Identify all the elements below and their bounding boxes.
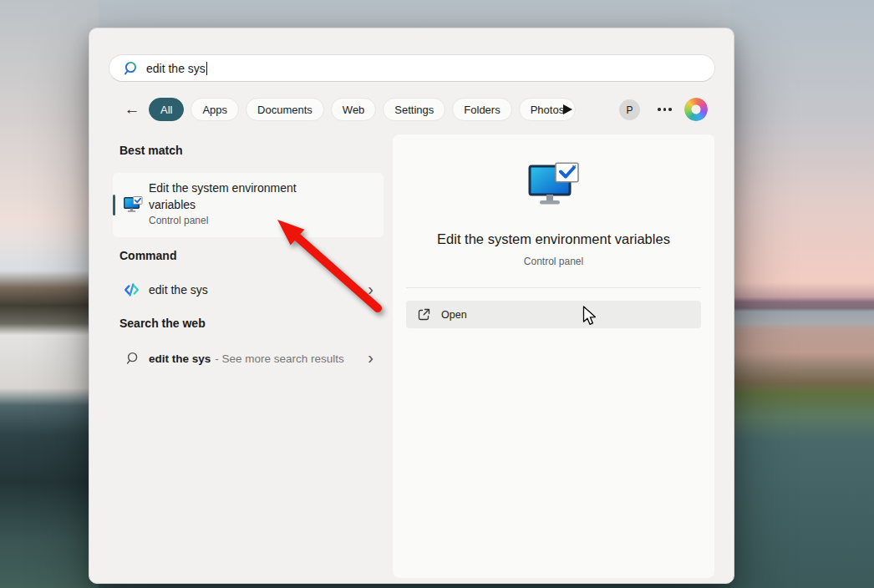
run-command-icon	[124, 282, 140, 297]
filter-pill-all[interactable]: All	[149, 98, 184, 121]
preview-subtitle: Control panel	[393, 256, 714, 267]
command-result[interactable]: edit the sys ›	[113, 275, 384, 305]
web-suffix-text: - See more search results	[215, 352, 344, 365]
filter-pill-apps[interactable]: Apps	[191, 98, 239, 121]
windows-search-flyout: edit the sys ← AllAppsDocumentsWebSettin…	[89, 28, 734, 584]
filter-pill-folders[interactable]: Folders	[452, 98, 511, 121]
selection-accent-bar	[113, 195, 115, 215]
open-button[interactable]: Open	[406, 301, 701, 328]
copilot-icon[interactable]	[684, 98, 708, 121]
web-search-result[interactable]: edit the sys- See more search results ›	[113, 343, 384, 373]
wallpaper-lakeshore	[730, 0, 874, 588]
best-match-title: Edit the system environment variables	[149, 180, 316, 213]
web-query-text: edit the sys	[149, 352, 211, 365]
more-filters-icon[interactable]	[563, 104, 572, 114]
user-avatar[interactable]: P	[619, 99, 640, 120]
command-result-label: edit the sys	[149, 283, 208, 297]
command-header: Command	[119, 249, 176, 262]
wallpaper-mountain	[0, 0, 99, 588]
divider	[406, 287, 701, 288]
search-input[interactable]: edit the sys	[109, 54, 715, 82]
open-button-label: Open	[441, 309, 467, 321]
best-match-header: Best match	[119, 144, 182, 157]
chevron-right-icon[interactable]: ›	[368, 280, 373, 299]
search-query-text: edit the sys	[146, 62, 206, 75]
system-properties-icon-large	[528, 162, 580, 209]
filter-pills: AllAppsDocumentsWebSettingsFoldersPhotos	[149, 97, 576, 122]
search-web-header: Search the web	[119, 317, 206, 330]
best-match-result[interactable]: Edit the system environment variables Co…	[113, 173, 384, 237]
filter-tabs-row: ← AllAppsDocumentsWebSettingsFoldersPhot…	[89, 97, 735, 122]
open-external-icon	[418, 308, 430, 321]
filter-pill-documents[interactable]: Documents	[246, 98, 324, 121]
back-button[interactable]: ←	[121, 97, 143, 122]
result-preview-panel: Edit the system environment variables Co…	[393, 134, 714, 578]
filter-pill-settings[interactable]: Settings	[383, 98, 445, 121]
text-caret	[206, 62, 207, 75]
search-icon	[123, 61, 138, 76]
preview-title: Edit the system environment variables	[393, 231, 714, 247]
filter-pill-web[interactable]: Web	[331, 98, 377, 121]
more-options-icon[interactable]	[658, 108, 672, 111]
system-properties-icon	[124, 196, 143, 214]
best-match-subtitle: Control panel	[149, 215, 316, 226]
web-search-icon	[125, 352, 139, 365]
chevron-right-icon[interactable]: ›	[368, 348, 373, 368]
